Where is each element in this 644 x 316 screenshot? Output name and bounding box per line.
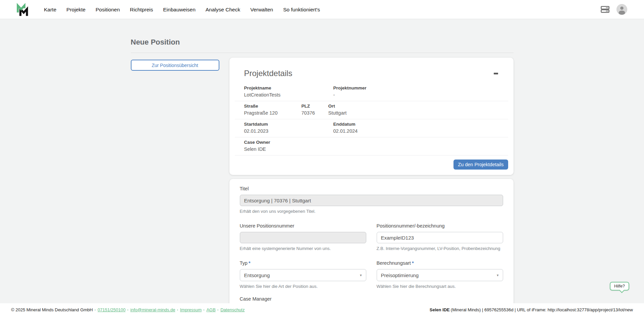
minus-icon	[494, 73, 498, 74]
titel-group: Titel Erhält den von uns vorgegebenen Ti…	[240, 186, 503, 214]
field-startdatum: Startdatum 02.01.2023	[244, 121, 333, 134]
typ-label: Typ*	[240, 260, 366, 266]
titel-helper: Erhält den von uns vorgegebenen Titel.	[240, 209, 503, 214]
positionsnummer-group: Positionsnummer/-bezeichnung Z.B. Intern…	[377, 223, 503, 251]
separator-dot: ·	[217, 307, 219, 312]
unsere-positionsnummer-helper: Erhält eine systemgenerierte Nummer von …	[240, 246, 366, 251]
case-manager-label: Case Manager	[240, 296, 366, 302]
berechnungsart-group: Berechnungsart* Preisoptimierung ▾ Wähle…	[377, 260, 503, 289]
detail-row-name-number: Projektname LotCreationTests Projektnumm…	[235, 83, 508, 101]
unsere-positionsnummer-label: Unsere Positionsnummer	[240, 223, 366, 229]
detail-row-case-owner: Case Owner Selen IDE	[235, 137, 508, 155]
footer-link-phone[interactable]: 07151/250100	[98, 307, 125, 312]
separator-dot: ·	[127, 307, 128, 312]
copyright-text: © 2025 Mineral Minds Deutschland GmbH	[11, 307, 93, 312]
nav-item-verwalten[interactable]: Verwalten	[250, 0, 273, 19]
titel-label: Titel	[240, 186, 503, 192]
field-plz: PLZ 70376	[302, 103, 328, 116]
required-mark: *	[412, 260, 414, 266]
titel-input	[240, 195, 503, 206]
typ-group: Typ* Entsorgung ▾ Wählen Sie hier die Ar…	[240, 260, 366, 289]
field-projektname: Projektname LotCreationTests	[244, 85, 333, 98]
positionsnummer-label: Positionsnummer/-bezeichnung	[377, 223, 503, 229]
title-divider	[131, 53, 514, 53]
session-user: Selen IDE	[430, 307, 450, 312]
page-title: Neue Position	[131, 38, 514, 47]
nav-item-karte[interactable]: Karte	[44, 0, 56, 19]
footer-legal: © 2025 Mineral Minds Deutschland GmbH · …	[11, 307, 245, 312]
required-mark: *	[249, 260, 251, 266]
nav-item-so-funktionierts[interactable]: So funktioniert's	[283, 0, 320, 19]
berechnungsart-label: Berechnungsart*	[377, 260, 503, 266]
unsere-positionsnummer-group: Unsere Positionsnummer Erhält eine syste…	[240, 223, 366, 251]
nav-item-richtpreis[interactable]: Richtpreis	[130, 0, 153, 19]
field-enddatum: Enddatum 02.01.2024	[333, 121, 508, 134]
footer-link-agb[interactable]: AGB	[206, 307, 215, 312]
separator-dot: ·	[177, 307, 178, 312]
project-detail-rows: Projektname LotCreationTests Projektnumm…	[235, 83, 508, 155]
main-nav: Karte Projekte Positionen Richtpreis Ein…	[44, 0, 320, 19]
detail-row-dates: Startdatum 02.01.2023 Enddatum 02.01.202…	[235, 119, 508, 137]
help-button[interactable]: Hilfe?	[610, 282, 629, 291]
new-position-form-card: Titel Erhält den von uns vorgegebenen Ti…	[229, 179, 514, 316]
field-ort: Ort Stuttgart	[328, 103, 508, 116]
berechnungsart-select[interactable]: Preisoptimierung ▾	[377, 269, 503, 281]
berechnungsart-select-value: Preisoptimierung	[381, 272, 419, 278]
brand-logo[interactable]	[16, 2, 29, 18]
session-details: (Mineral Minds) | 69576255536d | URL of …	[451, 307, 633, 312]
session-info: Selen IDE(Mineral Minds) | 69576255536d …	[430, 307, 633, 312]
page-footer: © 2025 Mineral Minds Deutschland GmbH · …	[0, 303, 644, 316]
nav-item-positionen[interactable]: Positionen	[96, 0, 120, 19]
positionsnummer-helper: Z.B. Interne-Vorgangsnummer, LV-Position…	[377, 246, 503, 251]
goto-project-details-button[interactable]: Zu den Projektdetails	[453, 160, 508, 170]
unsere-positionsnummer-input	[240, 232, 366, 243]
chevron-down-icon: ▾	[497, 273, 499, 277]
back-to-positions-button[interactable]: Zur Positionsübersicht	[131, 60, 219, 71]
nav-item-projekte[interactable]: Projekte	[66, 0, 86, 19]
berechnungsart-helper: Wählen Sie hier die Berechnungsart aus.	[377, 284, 503, 289]
footer-link-impressum[interactable]: Impressum	[180, 307, 202, 312]
separator-dot: ·	[95, 307, 96, 312]
chevron-down-icon: ▾	[360, 273, 362, 277]
avatar-icon	[616, 4, 627, 15]
nav-item-analyse-check[interactable]: Analyse Check	[206, 0, 240, 19]
typ-select[interactable]: Entsorgung ▾	[240, 269, 366, 281]
positionsnummer-input[interactable]	[377, 232, 503, 243]
detail-row-address: Straße Pragstraße 120 PLZ 70376 Ort Stut…	[235, 101, 508, 119]
separator-dot: ·	[203, 307, 205, 312]
user-avatar[interactable]	[616, 4, 627, 15]
cards-column: Projektdetails Projektname LotCreationTe…	[229, 58, 514, 316]
typ-helper: Wählen Sie hier die Art der Position aus…	[240, 284, 366, 289]
main-content: Neue Position Zur Positionsübersicht Pro…	[0, 19, 644, 316]
mineral-minds-logo-icon	[16, 2, 29, 18]
collapse-card-button[interactable]	[493, 71, 499, 76]
nav-item-einbauweisen[interactable]: Einbauweisen	[163, 0, 196, 19]
field-projektnummer: Projektnummer -	[333, 85, 508, 98]
project-card-title: Projektdetails	[244, 68, 292, 78]
nav-right-actions	[600, 4, 627, 15]
footer-link-datenschutz[interactable]: Datenschutz	[220, 307, 245, 312]
footer-link-email[interactable]: info@mineral-minds.de	[130, 307, 175, 312]
typ-select-value: Entsorgung	[244, 272, 270, 278]
server-icon[interactable]	[600, 5, 610, 14]
field-strasse: Straße Pragstraße 120	[244, 103, 302, 116]
left-column: Zur Positionsübersicht	[131, 58, 219, 71]
project-details-card: Projektdetails Projektname LotCreationTe…	[229, 58, 514, 175]
field-case-owner: Case Owner Selen IDE	[244, 139, 508, 152]
top-navigation: Karte Projekte Positionen Richtpreis Ein…	[0, 0, 644, 19]
